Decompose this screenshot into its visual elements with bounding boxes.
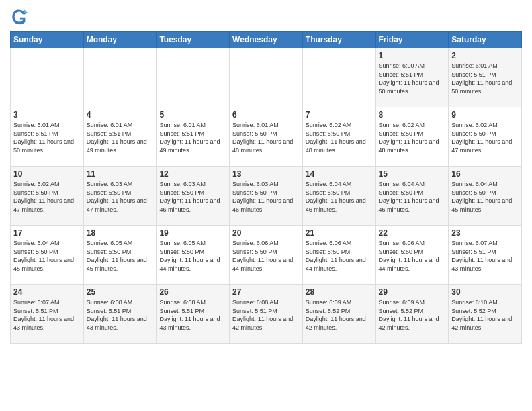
calendar-cell: 28Sunrise: 6:09 AM Sunset: 5:52 PM Dayli…	[302, 285, 375, 344]
day-number: 8	[379, 110, 446, 120]
day-number: 2	[451, 51, 519, 60]
day-number: 22	[379, 228, 446, 238]
day-number: 29	[379, 287, 446, 297]
calendar-cell: 13Sunrise: 6:03 AM Sunset: 5:50 PM Dayli…	[230, 167, 303, 226]
day-number: 21	[306, 228, 373, 238]
day-number: 14	[306, 169, 373, 179]
day-info: Sunrise: 6:08 AM Sunset: 5:51 PM Dayligh…	[87, 298, 154, 332]
week-row-5: 24Sunrise: 6:07 AM Sunset: 5:51 PM Dayli…	[11, 285, 522, 344]
day-number: 1	[379, 51, 446, 60]
calendar-cell: 5Sunrise: 6:01 AM Sunset: 5:51 PM Daylig…	[157, 107, 230, 167]
calendar-cell: 23Sunrise: 6:07 AM Sunset: 5:51 PM Dayli…	[449, 226, 522, 285]
day-info: Sunrise: 6:06 AM Sunset: 5:50 PM Dayligh…	[306, 239, 373, 273]
day-info: Sunrise: 6:03 AM Sunset: 5:50 PM Dayligh…	[159, 180, 226, 214]
day-info: Sunrise: 6:01 AM Sunset: 5:50 PM Dayligh…	[232, 121, 300, 154]
calendar-cell: 10Sunrise: 6:02 AM Sunset: 5:50 PM Dayli…	[11, 167, 84, 226]
day-number: 9	[451, 110, 519, 120]
day-info: Sunrise: 6:01 AM Sunset: 5:51 PM Dayligh…	[451, 62, 519, 95]
svg-marker-0	[24, 9, 28, 13]
header	[10, 7, 522, 26]
day-number: 7	[306, 110, 373, 120]
weekday-header-friday: Friday	[375, 32, 449, 48]
day-info: Sunrise: 6:08 AM Sunset: 5:51 PM Dayligh…	[232, 298, 300, 332]
day-number: 17	[13, 228, 81, 238]
day-info: Sunrise: 6:10 AM Sunset: 5:52 PM Dayligh…	[451, 298, 519, 332]
weekday-header-saturday: Saturday	[449, 32, 522, 48]
day-number: 28	[306, 287, 373, 297]
calendar-cell: 21Sunrise: 6:06 AM Sunset: 5:50 PM Dayli…	[302, 226, 375, 285]
calendar-body: 1Sunrise: 6:00 AM Sunset: 5:51 PM Daylig…	[11, 48, 522, 344]
day-info: Sunrise: 6:09 AM Sunset: 5:52 PM Dayligh…	[306, 298, 373, 332]
calendar-cell: 19Sunrise: 6:05 AM Sunset: 5:50 PM Dayli…	[157, 226, 230, 285]
calendar-header: SundayMondayTuesdayWednesdayThursdayFrid…	[11, 32, 522, 48]
day-info: Sunrise: 6:04 AM Sunset: 5:50 PM Dayligh…	[451, 180, 519, 214]
week-row-3: 10Sunrise: 6:02 AM Sunset: 5:50 PM Dayli…	[11, 167, 522, 226]
calendar: SundayMondayTuesdayWednesdayThursdayFrid…	[10, 31, 522, 344]
day-number: 19	[159, 228, 226, 238]
week-row-1: 1Sunrise: 6:00 AM Sunset: 5:51 PM Daylig…	[11, 48, 522, 107]
weekday-header-row: SundayMondayTuesdayWednesdayThursdayFrid…	[11, 32, 522, 48]
day-info: Sunrise: 6:01 AM Sunset: 5:51 PM Dayligh…	[13, 121, 81, 154]
calendar-cell: 12Sunrise: 6:03 AM Sunset: 5:50 PM Dayli…	[157, 167, 230, 226]
day-number: 16	[451, 169, 519, 179]
weekday-header-tuesday: Tuesday	[157, 32, 230, 48]
calendar-cell	[302, 48, 375, 107]
calendar-cell: 14Sunrise: 6:04 AM Sunset: 5:50 PM Dayli…	[302, 167, 375, 226]
day-number: 20	[232, 228, 300, 238]
calendar-cell: 24Sunrise: 6:07 AM Sunset: 5:51 PM Dayli…	[11, 285, 84, 344]
calendar-cell: 29Sunrise: 6:09 AM Sunset: 5:52 PM Dayli…	[375, 285, 449, 344]
day-info: Sunrise: 6:01 AM Sunset: 5:51 PM Dayligh…	[159, 121, 226, 154]
day-number: 13	[232, 169, 300, 179]
weekday-header-sunday: Sunday	[11, 32, 84, 48]
day-number: 27	[232, 287, 300, 297]
day-number: 24	[13, 287, 81, 297]
day-info: Sunrise: 6:02 AM Sunset: 5:50 PM Dayligh…	[13, 180, 81, 214]
day-number: 5	[159, 110, 226, 120]
logo-icon	[10, 7, 29, 26]
page: SundayMondayTuesdayWednesdayThursdayFrid…	[0, 0, 532, 354]
calendar-cell: 1Sunrise: 6:00 AM Sunset: 5:51 PM Daylig…	[375, 48, 449, 107]
calendar-cell: 9Sunrise: 6:02 AM Sunset: 5:50 PM Daylig…	[449, 107, 522, 167]
calendar-cell: 20Sunrise: 6:06 AM Sunset: 5:50 PM Dayli…	[230, 226, 303, 285]
calendar-cell	[83, 48, 157, 107]
calendar-cell: 27Sunrise: 6:08 AM Sunset: 5:51 PM Dayli…	[230, 285, 303, 344]
day-number: 10	[13, 169, 81, 179]
day-info: Sunrise: 6:02 AM Sunset: 5:50 PM Dayligh…	[306, 121, 373, 154]
calendar-cell: 7Sunrise: 6:02 AM Sunset: 5:50 PM Daylig…	[302, 107, 375, 167]
day-number: 25	[87, 287, 154, 297]
calendar-cell: 30Sunrise: 6:10 AM Sunset: 5:52 PM Dayli…	[449, 285, 522, 344]
calendar-cell: 2Sunrise: 6:01 AM Sunset: 5:51 PM Daylig…	[449, 48, 522, 107]
day-info: Sunrise: 6:07 AM Sunset: 5:51 PM Dayligh…	[451, 239, 519, 273]
calendar-cell: 3Sunrise: 6:01 AM Sunset: 5:51 PM Daylig…	[11, 107, 84, 167]
week-row-4: 17Sunrise: 6:04 AM Sunset: 5:50 PM Dayli…	[11, 226, 522, 285]
weekday-header-monday: Monday	[83, 32, 157, 48]
day-number: 26	[159, 287, 226, 297]
calendar-cell: 18Sunrise: 6:05 AM Sunset: 5:50 PM Dayli…	[83, 226, 157, 285]
day-number: 12	[159, 169, 226, 179]
day-number: 6	[232, 110, 300, 120]
day-info: Sunrise: 6:04 AM Sunset: 5:50 PM Dayligh…	[13, 239, 81, 273]
day-info: Sunrise: 6:00 AM Sunset: 5:51 PM Dayligh…	[379, 62, 446, 95]
calendar-cell: 25Sunrise: 6:08 AM Sunset: 5:51 PM Dayli…	[83, 285, 157, 344]
calendar-cell: 6Sunrise: 6:01 AM Sunset: 5:50 PM Daylig…	[230, 107, 303, 167]
day-info: Sunrise: 6:06 AM Sunset: 5:50 PM Dayligh…	[232, 239, 300, 273]
week-row-2: 3Sunrise: 6:01 AM Sunset: 5:51 PM Daylig…	[11, 107, 522, 167]
calendar-cell	[11, 48, 84, 107]
day-info: Sunrise: 6:06 AM Sunset: 5:50 PM Dayligh…	[379, 239, 446, 273]
calendar-cell: 16Sunrise: 6:04 AM Sunset: 5:50 PM Dayli…	[449, 167, 522, 226]
calendar-cell: 11Sunrise: 6:03 AM Sunset: 5:50 PM Dayli…	[83, 167, 157, 226]
day-number: 30	[451, 287, 519, 297]
calendar-cell: 15Sunrise: 6:04 AM Sunset: 5:50 PM Dayli…	[375, 167, 449, 226]
day-number: 3	[13, 110, 81, 120]
day-info: Sunrise: 6:01 AM Sunset: 5:51 PM Dayligh…	[87, 121, 154, 154]
calendar-cell: 4Sunrise: 6:01 AM Sunset: 5:51 PM Daylig…	[83, 107, 157, 167]
calendar-cell	[230, 48, 303, 107]
calendar-cell: 17Sunrise: 6:04 AM Sunset: 5:50 PM Dayli…	[11, 226, 84, 285]
day-info: Sunrise: 6:03 AM Sunset: 5:50 PM Dayligh…	[232, 180, 300, 214]
calendar-cell: 26Sunrise: 6:08 AM Sunset: 5:51 PM Dayli…	[157, 285, 230, 344]
calendar-cell	[157, 48, 230, 107]
day-number: 23	[451, 228, 519, 238]
day-info: Sunrise: 6:04 AM Sunset: 5:50 PM Dayligh…	[379, 180, 446, 214]
calendar-cell: 22Sunrise: 6:06 AM Sunset: 5:50 PM Dayli…	[375, 226, 449, 285]
weekday-header-thursday: Thursday	[302, 32, 375, 48]
